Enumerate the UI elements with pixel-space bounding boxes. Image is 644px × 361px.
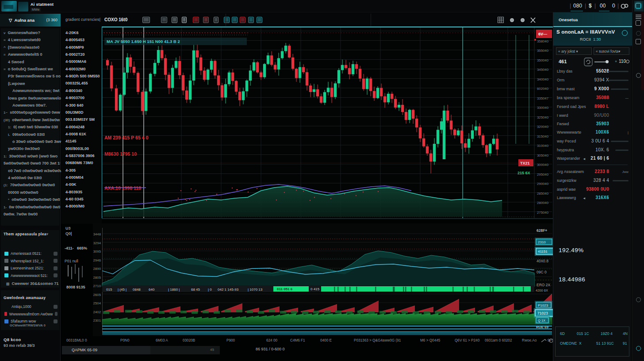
svg-text:2402: 2402	[93, 310, 101, 314]
svg-text:295040: 295040	[537, 173, 549, 177]
svg-text:290040: 290040	[537, 182, 549, 186]
svg-text:AXA.10 1998 118: AXA.10 1998 118	[104, 185, 141, 191]
svg-text:011 051 6: 011 051 6	[277, 287, 293, 291]
svg-text:2710: 2710	[93, 284, 101, 288]
svg-text:3294: 3294	[93, 241, 101, 245]
svg-text:| 1070 13: | 1070 13	[248, 288, 263, 292]
svg-text:325040: 325040	[537, 115, 549, 119]
svg-text:345040: 345040	[537, 68, 549, 72]
svg-text:2890: 2890	[93, 267, 101, 271]
svg-text:| 1860 |: | 1860 |	[168, 288, 180, 292]
svg-text:602040: 602040	[537, 87, 549, 91]
svg-text:TX21: TX21	[520, 161, 530, 165]
svg-text:68 45: 68 45	[191, 288, 200, 292]
svg-text:2805: 2805	[93, 276, 101, 280]
svg-text:015: 015	[106, 288, 112, 292]
svg-text:3095: 3095	[93, 250, 101, 253]
svg-text:6V—: 6V—	[538, 32, 547, 36]
svg-text:640: 640	[149, 288, 155, 292]
svg-text:280040: 280040	[537, 201, 549, 205]
svg-text:042 1 145-93: 042 1 145-93	[218, 288, 239, 292]
svg-text:4200 6X: 4200 6X	[536, 288, 548, 292]
svg-text:0848: 0848	[133, 288, 141, 292]
svg-text:358040: 358040	[537, 39, 549, 43]
svg-text:2301: 2301	[93, 319, 101, 323]
svg-text:320040: 320040	[537, 125, 549, 129]
svg-text:Q 1X: Q 1X	[538, 319, 545, 323]
svg-text:M8630 1795 10: M8630 1795 10	[104, 151, 137, 157]
svg-text:09C 0: 09C 0	[537, 270, 547, 274]
svg-text:MA JV 5050 1.650 H 151 N00 41.: MA JV 5050 1.650 H 151 N00 41.3 B 2	[107, 39, 180, 44]
svg-text:3448: 3448	[93, 232, 101, 236]
svg-text:340040: 340040	[537, 77, 549, 81]
svg-text:628F+: 628F+	[537, 228, 547, 233]
svg-text:330040: 330040	[537, 106, 549, 110]
svg-text:41151: 41151	[538, 250, 548, 253]
svg-text:2946: 2946	[93, 258, 101, 262]
svg-text:RUE 69: RUE 69	[536, 325, 549, 329]
svg-text:215 6X: 215 6X	[518, 171, 530, 175]
svg-text:| (45 |: | (45 |	[118, 288, 126, 292]
svg-text:2504: 2504	[93, 301, 101, 305]
svg-text:305040: 305040	[537, 154, 549, 157]
svg-text:ERO 2X: ERO 2X	[537, 283, 551, 287]
svg-text:40X0.8: 40X0.8	[537, 259, 548, 263]
svg-text:P01 null: P01 null	[65, 259, 78, 263]
svg-text:335047: 335047	[537, 96, 548, 100]
svg-text:2605: 2605	[93, 293, 101, 297]
svg-text:2310: 2310	[538, 240, 546, 244]
svg-text:310040: 310040	[537, 144, 549, 148]
svg-text:0 415: 0 415	[310, 287, 320, 291]
svg-text:AM 239 415 P 65 4 0: AM 239 415 P 65 4 0	[104, 135, 148, 140]
svg-text:315040: 315040	[537, 134, 549, 138]
svg-text:P1023: P1023	[538, 303, 548, 307]
svg-text:350040: 350040	[537, 58, 549, 62]
svg-text:71023: 71023	[537, 311, 548, 315]
svg-text:| 0: | 0	[208, 288, 212, 292]
svg-text:285040: 285040	[537, 192, 549, 196]
svg-text:300040: 300040	[537, 163, 549, 167]
svg-text:275040: 275040	[537, 211, 549, 215]
svg-text:355040: 355040	[537, 49, 549, 53]
